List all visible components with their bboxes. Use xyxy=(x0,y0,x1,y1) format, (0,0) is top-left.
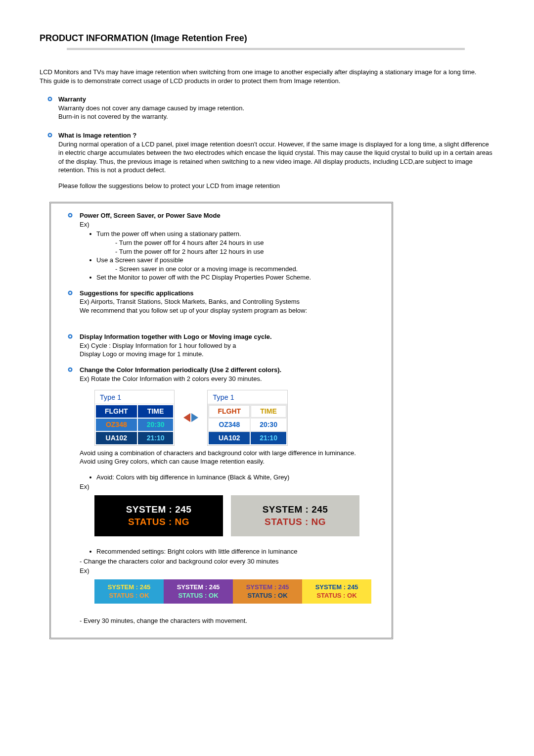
rec-color-strip: SYSTEM : 245 STATUS : OK SYSTEM : 245 ST… xyxy=(94,579,389,604)
poweroff-title: Power Off, Screen Saver, or Power Save M… xyxy=(80,211,389,220)
bullet-icon xyxy=(47,96,52,101)
displayinfo-title: Display Information together with Logo o… xyxy=(80,332,389,341)
suggestions-line1: Ex) Airports, Transit Stations, Stock Ma… xyxy=(80,297,389,306)
section-retention: What is Image retention ? During normal … xyxy=(40,131,494,190)
svg-point-3 xyxy=(49,134,51,136)
intro-text: LCD Monitors and TVs may have image rete… xyxy=(40,68,494,85)
t1a-r2c1: UA102 xyxy=(95,431,137,445)
section-warranty: Warranty Warranty does not cover any dam… xyxy=(40,95,494,121)
avoid-panel-dark: SYSTEM : 245 STATUS : NG xyxy=(94,495,223,536)
avoid-b-status: STATUS : NG xyxy=(231,516,359,528)
type1-illustration: Type 1 FLGHTTIME OZ34820:30 UA10221:10 T… xyxy=(94,390,389,446)
avoid-text-2: Avoid using Grey colors, which can cause… xyxy=(80,457,389,466)
t1a-r1c1: OZ348 xyxy=(95,418,137,431)
retention-follow: Please follow the suggestions below to p… xyxy=(58,182,494,190)
warranty-line-2: Burn-in is not covered by the warranty. xyxy=(58,112,494,121)
poweroff-b3: Set the Monitor to power off with the PC… xyxy=(96,274,311,281)
bullet-icon xyxy=(68,213,73,218)
suggestions-line2: We recommend that you follow set up of y… xyxy=(80,306,389,315)
bullet-icon xyxy=(47,133,52,138)
avoid-panels: SYSTEM : 245 STATUS : NG SYSTEM : 245 ST… xyxy=(94,495,389,536)
svg-point-9 xyxy=(69,335,71,337)
poweroff-b1: Turn the power off when using a stationa… xyxy=(96,230,241,237)
warranty-body: Warranty does not cover any damage cause… xyxy=(58,104,494,121)
retention-title: What is Image retention ? xyxy=(58,131,494,140)
avoid-b-sys: SYSTEM : 245 xyxy=(231,503,359,516)
svg-point-7 xyxy=(69,292,71,294)
warranty-line-1: Warranty does not cover any damage cause… xyxy=(58,104,494,113)
section-changecolor: Change the Color Information periodicall… xyxy=(54,366,389,625)
section-suggestions: Suggestions for specific applications Ex… xyxy=(54,289,389,315)
intro-line-1: LCD Monitors and TVs may have image rete… xyxy=(40,68,494,77)
rec1-sys: SYSTEM : 245 xyxy=(94,583,164,592)
rec-ex-label: Ex) xyxy=(80,567,389,575)
bullet-icon xyxy=(68,367,73,372)
poweroff-b2: Use a Screen saver if possible xyxy=(96,256,183,264)
rec-cell-4: SYSTEM : 245 STATUS : OK xyxy=(302,579,371,604)
rec4-sys: SYSTEM : 245 xyxy=(302,583,371,592)
changecolor-title: Change the Color Information periodicall… xyxy=(80,366,389,375)
svg-point-1 xyxy=(49,98,51,100)
rec-cell-2: SYSTEM : 245 STATUS : OK xyxy=(164,579,233,604)
section-poweroff: Power Off, Screen Saver, or Power Save M… xyxy=(54,211,389,282)
displayinfo-line2: Display Logo or moving image for 1 minut… xyxy=(80,350,389,359)
rec3-sys: SYSTEM : 245 xyxy=(233,583,302,592)
page-title: PRODUCT INFORMATION (Image Retention Fre… xyxy=(40,32,494,44)
avoid-text-1: Avoid using a combination of characters … xyxy=(80,449,389,458)
suggestions-box: Power Off, Screen Saver, or Power Save M… xyxy=(49,202,393,639)
t1b-r1c1: OZ348 xyxy=(208,418,250,431)
rec2-stat: STATUS : OK xyxy=(164,591,233,600)
poweroff-b2s1: Screen saver in one color or a moving im… xyxy=(115,265,389,274)
t1b-hdr-flight: FLGHT xyxy=(208,405,250,418)
avoid-a-status: STATUS : NG xyxy=(94,516,223,528)
type1-table-b: Type 1 FLGHTTIME OZ34820:30 UA10221:10 xyxy=(207,390,287,446)
t1b-r2c2: 21:10 xyxy=(250,431,287,445)
t1b-r1c2: 20:30 xyxy=(250,418,287,431)
type1-caption-b: Type 1 xyxy=(208,390,287,404)
avoid-bullet-list: Avoid: Colors with big difference in lum… xyxy=(80,473,389,482)
t1a-r2c2: 21:10 xyxy=(137,431,174,445)
intro-line-2: This guide is to demonstrate correct usa… xyxy=(40,77,494,86)
poweroff-list: Turn the power off when using a stationa… xyxy=(80,230,389,282)
displayinfo-line1: Ex) Cycle : Display Information for 1 ho… xyxy=(80,341,389,350)
poweroff-b1s2: Turn the power off for 2 hours after 12 … xyxy=(115,247,389,256)
t1b-hdr-time: TIME xyxy=(250,405,287,418)
swap-arrows-icon xyxy=(183,413,198,422)
t1b-r2c1: UA102 xyxy=(208,431,250,445)
avoid-ex-label: Ex) xyxy=(80,482,389,491)
rec-cell-1: SYSTEM : 245 STATUS : OK xyxy=(94,579,164,604)
bullet-icon xyxy=(68,290,73,295)
title-divider xyxy=(40,48,494,50)
rec-bullet-list: Recommended settings: Bright colors with… xyxy=(80,547,389,556)
svg-point-5 xyxy=(69,214,71,216)
avoid-bullet: Avoid: Colors with big difference in lum… xyxy=(96,473,289,481)
retention-body: During normal operation of a LCD panel, … xyxy=(58,140,494,175)
svg-point-11 xyxy=(69,369,71,371)
poweroff-ex: Ex) xyxy=(80,220,389,229)
rec2-sys: SYSTEM : 245 xyxy=(164,583,233,592)
rec1-stat: STATUS : OK xyxy=(94,591,164,600)
final-note: Every 30 minutes, change the characters … xyxy=(80,616,389,625)
bullet-icon xyxy=(68,334,73,339)
poweroff-b1s1: Turn the power off for 4 hours after 24 … xyxy=(115,238,389,247)
rec3-stat: STATUS : OK xyxy=(233,591,302,600)
avoid-a-sys: SYSTEM : 245 xyxy=(94,503,223,516)
rec-dash: Change the characters color and backgrou… xyxy=(80,557,389,566)
t1a-hdr-flight: FLGHT xyxy=(95,405,137,418)
rec4-stat: STATUS : OK xyxy=(302,591,371,600)
changecolor-line1: Ex) Rotate the Color Information with 2 … xyxy=(80,375,389,383)
rec-bullet: Recommended settings: Bright colors with… xyxy=(96,548,298,555)
suggestions-title: Suggestions for specific applications xyxy=(80,289,389,298)
t1a-hdr-time: TIME xyxy=(137,405,174,418)
t1a-r1c2: 20:30 xyxy=(137,418,174,431)
type1-table-a: Type 1 FLGHTTIME OZ34820:30 UA10221:10 xyxy=(94,390,175,446)
section-displayinfo: Display Information together with Logo o… xyxy=(54,332,389,359)
rec-cell-3: SYSTEM : 245 STATUS : OK xyxy=(233,579,302,604)
type1-caption-a: Type 1 xyxy=(95,390,174,404)
warranty-title: Warranty xyxy=(58,95,494,104)
avoid-panel-grey: SYSTEM : 245 STATUS : NG xyxy=(231,495,359,536)
